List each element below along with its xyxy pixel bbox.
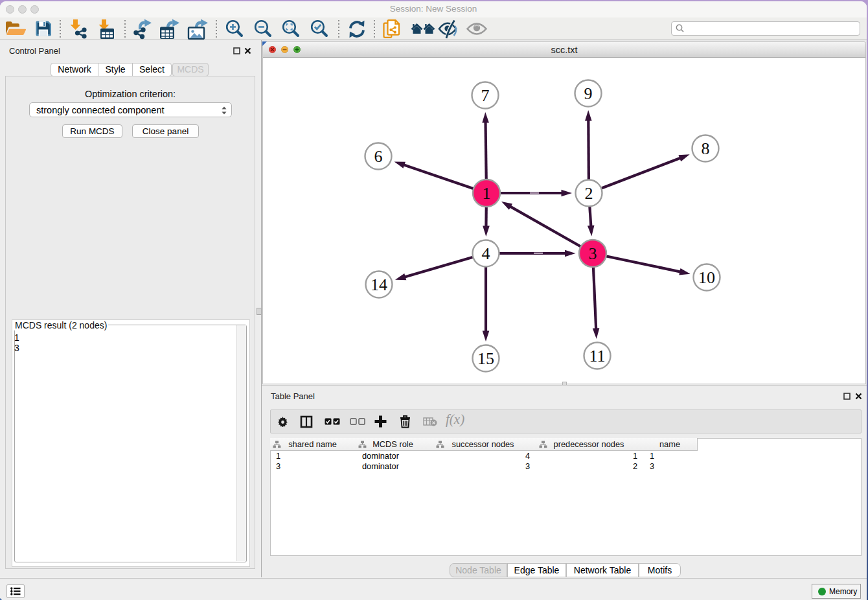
- svg-text:1: 1: [483, 184, 491, 203]
- svg-text:7: 7: [481, 86, 490, 105]
- svg-text:10: 10: [698, 268, 715, 287]
- svg-text:14: 14: [371, 275, 387, 294]
- svg-text:2: 2: [585, 184, 593, 203]
- svg-text:8: 8: [702, 139, 710, 158]
- svg-text:15: 15: [477, 349, 494, 368]
- svg-text:11: 11: [589, 347, 605, 365]
- svg-text:6: 6: [374, 147, 383, 166]
- svg-text:9: 9: [584, 84, 593, 103]
- svg-text:3: 3: [589, 244, 597, 263]
- svg-text:4: 4: [482, 244, 490, 263]
